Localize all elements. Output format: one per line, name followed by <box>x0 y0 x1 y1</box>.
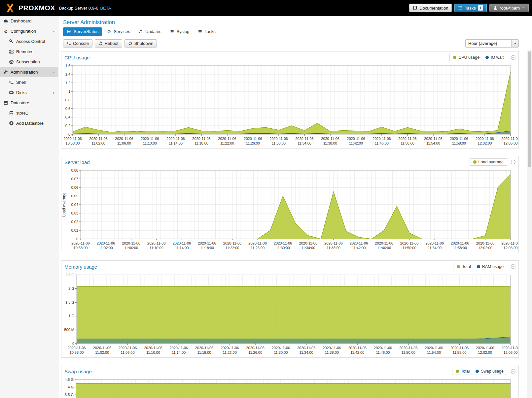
beta-link[interactable]: BETA <box>100 6 111 11</box>
svg-text:11:06:00: 11:06:00 <box>117 141 131 145</box>
caret-right-icon[interactable] <box>52 91 56 95</box>
timeframe-value: Hour (average) <box>466 40 511 47</box>
svg-text:2020-11-06: 2020-11-06 <box>348 346 366 350</box>
key-icon <box>9 39 14 44</box>
sidebar-item-label: Datastore <box>11 100 29 105</box>
tab-services[interactable]: ⚙Services <box>103 27 134 36</box>
sidebar-item-subscription[interactable]: Subscription <box>0 57 58 67</box>
panel-header: Memory usage TotalRAM usage <box>61 261 518 272</box>
svg-text:Load average: Load average <box>62 192 66 217</box>
documentation-button[interactable]: Documentation <box>409 4 452 12</box>
svg-text:0: 0 <box>76 237 78 241</box>
sidebar-item-disks[interactable]: Disks <box>0 87 58 98</box>
sidebar-item-shell[interactable]: Shell <box>0 77 58 87</box>
panel-title: Memory usage <box>64 264 97 270</box>
user-menu-button[interactable]: root@pam <box>489 4 529 12</box>
svg-text:11:26:00: 11:26:00 <box>246 141 260 145</box>
svg-text:12:02:00: 12:02:00 <box>478 141 492 145</box>
server-load-chart: 00.010.020.030.040.050.060.070.082020-11… <box>61 168 518 251</box>
sidebar-item-label: Shell <box>16 80 26 85</box>
svg-text:2020-11-06: 2020-11-06 <box>97 241 115 245</box>
app-header: PROXMOX Backup Server 0.9-6 BETA Documen… <box>0 0 532 16</box>
sidebar-item-configuration[interactable]: ⚙Configuration <box>0 26 58 36</box>
gauge-icon <box>3 18 8 23</box>
svg-text:2020-11-06: 2020-11-06 <box>246 346 264 350</box>
panel-title: CPU usage <box>64 55 90 60</box>
sidebar-item-dashboard[interactable]: Dashboard <box>0 16 58 26</box>
tab-label: ServerStatus <box>74 29 98 34</box>
collapse-chart-icon[interactable] <box>511 55 516 60</box>
tab-updates[interactable]: Updates <box>135 27 165 36</box>
svg-text:11:58:00: 11:58:00 <box>453 246 467 250</box>
legend-item: RAM usage <box>477 264 504 269</box>
caret-down-icon[interactable] <box>52 29 56 33</box>
header-actions: Documentation Tasks 1 root@pam <box>409 4 529 12</box>
svg-text:11:06:00: 11:06:00 <box>124 246 138 250</box>
svg-text:11:30:00: 11:30:00 <box>276 246 290 250</box>
sidebar-item-administration[interactable]: Administration <box>0 67 58 77</box>
svg-text:2020-11-06: 2020-11-06 <box>374 346 392 350</box>
svg-text:11:34:00: 11:34:00 <box>298 141 311 145</box>
collapse-chart-icon[interactable] <box>511 159 516 165</box>
svg-text:11:18:00: 11:18:00 <box>200 246 214 250</box>
svg-text:11:14:00: 11:14:00 <box>172 350 186 354</box>
svg-text:2020-11-06: 2020-11-06 <box>93 346 111 350</box>
svg-text:0.6: 0.6 <box>65 107 70 111</box>
svg-text:2020-11-06: 2020-11-06 <box>67 346 86 350</box>
sidebar-item-store1[interactable]: store1 <box>0 108 58 118</box>
svg-text:2020-11-06: 2020-11-06 <box>299 241 317 245</box>
legend-dot <box>453 56 456 59</box>
svg-text:2020-11-06: 2020-11-06 <box>223 241 241 245</box>
legend-dot <box>476 370 479 373</box>
sidebar-item-add-datastore[interactable]: Add Datastore <box>0 118 58 128</box>
button-label: Shutdown <box>134 41 154 46</box>
collapse-chart-icon[interactable] <box>511 264 516 269</box>
tasks-button[interactable]: Tasks 1 <box>454 4 487 12</box>
svg-text:2020-11-06: 2020-11-06 <box>122 241 140 245</box>
sidebar-item-remotes[interactable]: Remotes <box>0 47 58 57</box>
svg-text:2020-11-06: 2020-11-06 <box>221 346 239 350</box>
shutdown-button[interactable]: Shutdown <box>124 39 157 48</box>
svg-text:2020-11-06: 2020-11-06 <box>166 137 185 141</box>
timeframe-select[interactable]: Hour (average) <box>465 39 519 48</box>
sidebar-item-label: Configuration <box>11 29 36 34</box>
svg-text:2020-11-06: 2020-11-06 <box>476 346 494 350</box>
vertical-scrollbar[interactable] <box>527 50 532 398</box>
svg-text:2020-11-06: 2020-11-06 <box>501 241 518 245</box>
svg-text:11:26:00: 11:26:00 <box>251 246 265 250</box>
svg-text:0.06: 0.06 <box>71 185 78 189</box>
svg-text:0.8: 0.8 <box>65 98 70 102</box>
tab-label: Syslog <box>176 29 189 34</box>
sidebar-item-datastore[interactable]: Datastore <box>0 98 58 108</box>
caret-down-icon[interactable] <box>52 70 56 74</box>
page-title: Server Administration <box>63 19 532 25</box>
console-button[interactable]: Console <box>63 39 92 48</box>
svg-text:11:22:00: 11:22:00 <box>223 350 237 354</box>
tab-syslog[interactable]: Syslog <box>166 27 193 36</box>
combo-trigger[interactable] <box>511 40 518 47</box>
tab-label: Tasks <box>204 29 215 34</box>
svg-text:11:58:00: 11:58:00 <box>452 141 466 145</box>
tab-serverstatus[interactable]: ServerStatus <box>63 27 102 36</box>
proxmox-logo-icon <box>5 3 16 14</box>
reboot-button[interactable]: Reboot <box>95 39 122 48</box>
svg-text:2020-11-06: 2020-11-06 <box>147 241 165 245</box>
svg-text:0.04: 0.04 <box>71 203 78 207</box>
panel-title: Swap usage <box>64 369 92 374</box>
archive-icon <box>3 100 8 105</box>
svg-text:2020-11-06: 2020-11-06 <box>218 137 236 141</box>
lifebuoy-icon <box>9 59 14 64</box>
svg-text:10:58:00: 10:58:00 <box>66 141 80 145</box>
scrollbar-thumb[interactable] <box>528 51 531 167</box>
svg-text:2020-11-06: 2020-11-06 <box>144 346 162 350</box>
svg-text:1.2: 1.2 <box>65 81 70 85</box>
svg-text:11:34:00: 11:34:00 <box>301 246 315 250</box>
svg-text:2020-11-06: 2020-11-06 <box>323 346 341 350</box>
svg-text:0.05: 0.05 <box>71 194 78 198</box>
tasks-list-icon <box>458 6 463 10</box>
svg-text:2020-11-06: 2020-11-06 <box>501 137 518 141</box>
sidebar-item-label: Subscription <box>16 59 40 64</box>
collapse-chart-icon[interactable] <box>511 369 516 374</box>
sidebar-item-access-control[interactable]: Access Control <box>0 36 58 47</box>
tab-tasks[interactable]: Tasks <box>194 27 219 36</box>
